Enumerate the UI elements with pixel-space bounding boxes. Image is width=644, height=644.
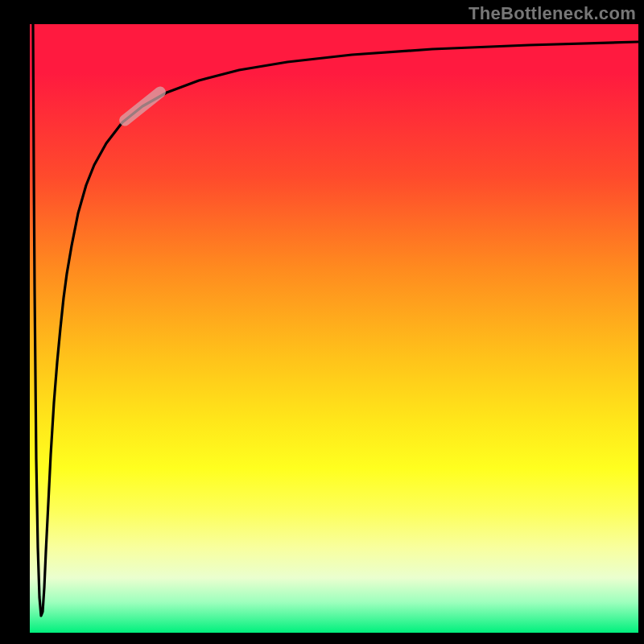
chart-container: TheBottleneck.com	[0, 0, 644, 644]
highlight-segment	[125, 93, 160, 121]
bottleneck-curve	[33, 24, 638, 616]
watermark-text: TheBottleneck.com	[469, 3, 636, 24]
chart-svg	[30, 24, 638, 633]
